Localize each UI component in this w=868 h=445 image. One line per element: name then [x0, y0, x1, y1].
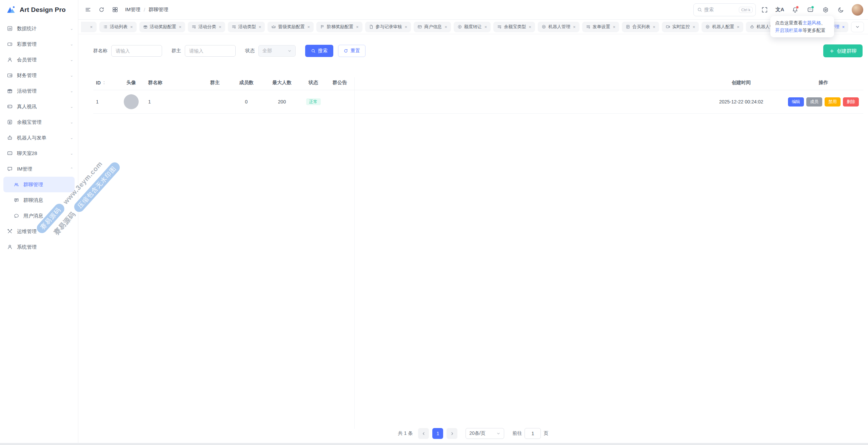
next-page-button[interactable] — [447, 428, 457, 439]
tab[interactable]: 商户信息× — [414, 22, 451, 32]
tab[interactable]: 活动类型× — [228, 22, 265, 32]
tab-label: 活动列表 — [110, 24, 127, 30]
tab-close-icon[interactable]: × — [219, 24, 221, 30]
tab[interactable]: 额度转让× — [454, 22, 491, 32]
tab[interactable]: 实时监控× — [662, 22, 699, 32]
column-header[interactable]: ID — [93, 80, 117, 85]
sidebar-subitem[interactable]: 群聊管理 — [3, 177, 75, 192]
tab[interactable]: 阶梯奖励配置× — [316, 22, 362, 32]
tab-close-icon[interactable]: × — [179, 24, 182, 30]
tab-close-icon[interactable]: × — [259, 24, 261, 30]
tab-close-icon[interactable]: × — [130, 24, 133, 30]
chat-dot-icon[interactable] — [804, 3, 817, 16]
action-button[interactable]: 禁用 — [825, 97, 841, 107]
sidebar-item[interactable]: 数据统计⌄ — [0, 21, 78, 36]
sidebar-subitem[interactable]: 群聊消息 — [3, 192, 75, 208]
table-cell: 正常 — [301, 98, 325, 105]
tab[interactable]: 余额宝类型× — [493, 22, 535, 32]
sidebar-item[interactable]: 会员管理⌄ — [0, 52, 78, 67]
page-size-select[interactable]: 20条/页 — [466, 428, 504, 439]
plus-icon — [829, 49, 834, 54]
sidebar-item[interactable]: 彩票管理⌄ — [0, 36, 78, 52]
sidebar-item[interactable]: IM管理⌃ — [0, 161, 78, 177]
tab-close-icon[interactable]: × — [842, 24, 845, 30]
tab-close-icon[interactable]: × — [90, 24, 93, 30]
tab-close-icon[interactable]: × — [405, 24, 408, 30]
translate-icon[interactable]: 文A — [773, 3, 786, 16]
sidebar-item[interactable]: 机器人与发单⌄ — [0, 130, 78, 146]
tab[interactable]: 合买列表× — [622, 22, 659, 32]
tab-close-icon[interactable]: × — [307, 24, 310, 30]
collapse-menu-icon[interactable] — [82, 4, 94, 16]
tab-label: 活动类型 — [238, 24, 256, 30]
group-name-input[interactable] — [111, 45, 162, 57]
column-header-label: 操作 — [819, 80, 828, 86]
sidebar-item[interactable]: 财务管理⌄ — [0, 67, 78, 83]
goto-page: 前往 页 — [512, 428, 548, 439]
chevron-down-icon — [855, 24, 860, 29]
action-button[interactable]: 编辑 — [788, 97, 804, 107]
action-button[interactable]: 删除 — [843, 97, 859, 107]
app-root: Art Design Pro 数据统计⌄彩票管理⌄会员管理⌄财务管理⌄活动管理⌄… — [0, 0, 868, 443]
fullscreen-icon[interactable] — [758, 3, 771, 16]
reset-button[interactable]: 重置 — [338, 45, 366, 57]
tooltip-link[interactable]: 主题风格 — [803, 20, 821, 25]
sidebar-item[interactable]: 余额宝管理⌄ — [0, 114, 78, 130]
tab-close-icon[interactable]: × — [356, 24, 359, 30]
im-icon — [7, 166, 13, 172]
prev-page-button[interactable] — [418, 428, 429, 439]
tab[interactable]: × — [81, 22, 97, 32]
bell-icon[interactable] — [789, 3, 802, 16]
search-button-label: 搜索 — [318, 48, 328, 54]
breadcrumb-separator: / — [144, 7, 145, 13]
sidebar-subitem[interactable]: 用户消息 — [3, 208, 75, 224]
tab-close-icon[interactable]: × — [737, 24, 739, 30]
sidebar-item[interactable]: 聊天室28⌄ — [0, 146, 78, 161]
tooltip-text: 、 — [821, 20, 826, 25]
search-button[interactable]: 搜索 — [305, 45, 333, 57]
goto-page-input[interactable] — [525, 428, 541, 439]
tab[interactable]: 机器人配置× — [702, 22, 743, 32]
user-avatar[interactable] — [852, 4, 863, 16]
status-select[interactable]: 全部 — [258, 45, 296, 57]
tab[interactable]: 活动分类× — [188, 22, 225, 32]
moon-icon[interactable] — [834, 3, 847, 16]
sidebar-item[interactable]: 运维管理 — [0, 224, 78, 239]
tab[interactable]: 活动奖励配置× — [139, 22, 185, 32]
group-avatar — [124, 94, 139, 109]
breadcrumb-parent[interactable]: IM管理 — [125, 6, 140, 13]
apps-grid-icon[interactable] — [109, 4, 121, 16]
column-header: 最大人数 — [262, 80, 301, 86]
chevron-down-icon: ⌄ — [70, 136, 73, 140]
tab-close-icon[interactable]: × — [613, 24, 616, 30]
sort-icon[interactable] — [102, 80, 106, 85]
sidebar-item[interactable]: 系统管理 — [0, 239, 78, 255]
message-dot — [811, 6, 814, 9]
global-search-input[interactable]: 搜索 Ctrl k — [693, 3, 756, 16]
group-name-label: 群名称 — [93, 48, 107, 54]
action-button[interactable]: 成员 — [806, 97, 822, 107]
tab[interactable]: 晋级奖励配置× — [268, 22, 314, 32]
create-group-button[interactable]: 创建群聊 — [823, 44, 863, 57]
gear-icon[interactable] — [819, 3, 832, 16]
tab[interactable]: 机器人管理× — [538, 22, 579, 32]
tab-close-icon[interactable]: × — [573, 24, 576, 30]
tab-close-icon[interactable]: × — [693, 24, 695, 30]
tab[interactable]: 活动列表× — [99, 22, 137, 32]
tab-close-icon[interactable]: × — [445, 24, 447, 30]
tab-close-icon[interactable]: × — [529, 24, 531, 30]
tabs-dropdown-button[interactable] — [851, 22, 864, 32]
tab-close-icon[interactable]: × — [653, 24, 655, 30]
owner-input[interactable] — [185, 45, 236, 57]
current-page-button[interactable]: 1 — [432, 428, 443, 439]
refresh-icon[interactable] — [95, 4, 107, 16]
crown-icon — [271, 24, 276, 29]
sidebar-item[interactable]: 活动管理⌄ — [0, 83, 78, 99]
tab-close-icon[interactable]: × — [485, 24, 487, 30]
tooltip-link[interactable]: 开启顶栏菜单 — [775, 28, 803, 33]
chat-icon — [7, 150, 13, 156]
sidebar-item[interactable]: 真人视讯⌄ — [0, 99, 78, 114]
tab[interactable]: 参与记录审核× — [365, 22, 411, 32]
tab[interactable]: 发单设置× — [582, 22, 619, 32]
filter-group-name: 群名称 — [93, 45, 162, 57]
